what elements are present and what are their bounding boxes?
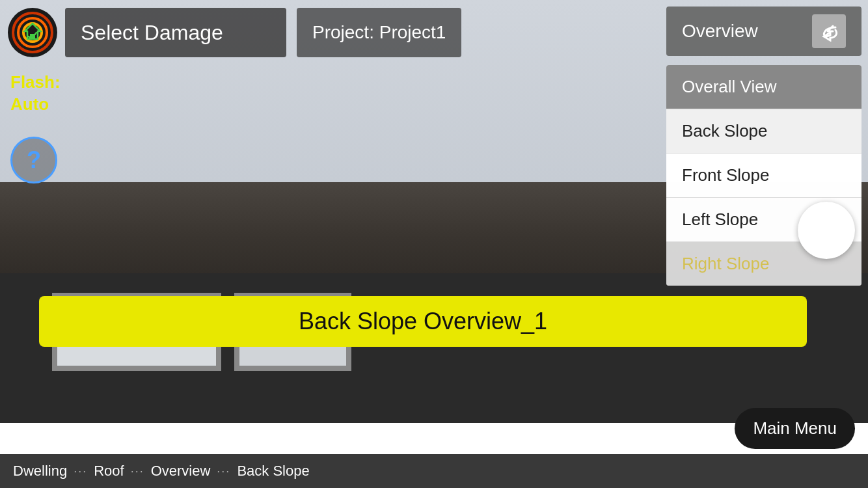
flash-label[interactable]: Flash: Auto <box>10 72 61 116</box>
main-menu-button[interactable]: Main Menu <box>735 408 855 449</box>
front-slope-label: Front Slope <box>682 165 769 185</box>
breadcrumb-dwelling: Dwelling <box>13 463 67 480</box>
project-label: Project: Project1 <box>312 22 446 43</box>
breadcrumb-sep-3: ··· <box>217 465 230 478</box>
ui-layer: Select Damage Project: Project1 Overview… <box>0 0 868 488</box>
select-damage-label: Select Damage <box>81 21 223 45</box>
overview-button[interactable]: Overview <box>666 7 861 56</box>
dropdown-item-back-slope[interactable]: Back Slope <box>666 109 861 154</box>
flash-text: Flash: <box>10 72 61 92</box>
breadcrumb-sep-1: ··· <box>74 465 87 478</box>
dropdown-item-overall-view[interactable]: Overall View <box>666 65 861 109</box>
breadcrumb-sep-2: ··· <box>131 465 144 478</box>
logo-button[interactable] <box>0 0 65 65</box>
main-menu-label: Main Menu <box>753 418 837 438</box>
back-arrow-icon <box>812 14 846 48</box>
overview-label: Overview <box>682 21 758 42</box>
breadcrumb-overview: Overview <box>151 463 211 480</box>
breadcrumb-back-slope: Back Slope <box>237 463 309 480</box>
select-damage-button[interactable]: Select Damage <box>65 8 286 57</box>
help-button[interactable]: ? <box>10 137 57 183</box>
overall-view-label: Overall View <box>682 77 776 97</box>
logo-circle <box>8 8 57 57</box>
circle-button[interactable] <box>798 202 855 259</box>
breadcrumb-roof: Roof <box>94 463 124 480</box>
project-button[interactable]: Project: Project1 <box>297 8 461 57</box>
photo-banner: Back Slope Overview_1 <box>39 296 807 347</box>
logo-icon <box>12 12 53 53</box>
dropdown-item-front-slope[interactable]: Front Slope <box>666 154 861 198</box>
help-icon: ? <box>27 146 41 174</box>
right-slope-label: Right Slope <box>682 254 769 274</box>
breadcrumb-bar: Dwelling ··· Roof ··· Overview ··· Back … <box>0 454 868 488</box>
flash-value: Auto <box>10 94 49 114</box>
left-slope-label: Left Slope <box>682 210 758 230</box>
back-slope-label: Back Slope <box>682 121 768 141</box>
top-bar: Select Damage Project: Project1 Overview <box>0 0 868 65</box>
photo-banner-text: Back Slope Overview_1 <box>299 308 547 335</box>
